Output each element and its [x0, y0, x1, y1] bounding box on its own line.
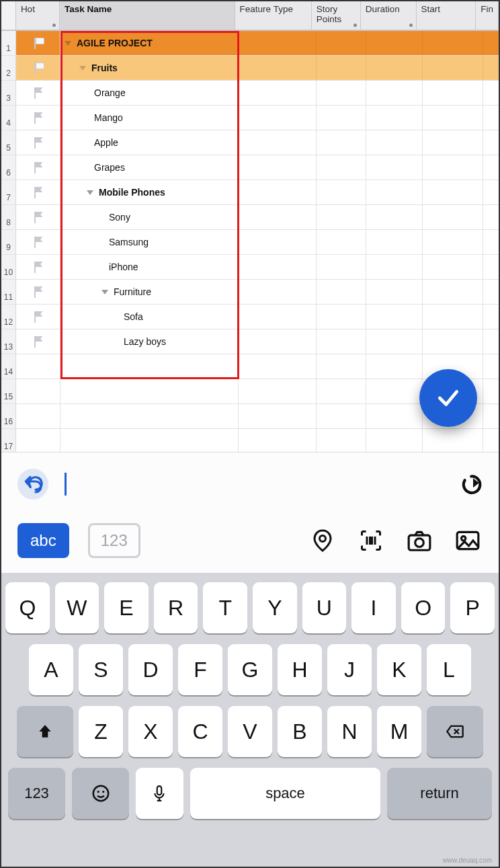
- key-a[interactable]: A: [29, 644, 73, 695]
- key-o[interactable]: O: [401, 582, 446, 633]
- cell-finish[interactable]: [483, 354, 499, 379]
- cell-duration[interactable]: [366, 205, 423, 229]
- table-row[interactable]: 5Apple: [1, 130, 499, 155]
- col-header-start[interactable]: Start: [417, 1, 476, 30]
- image-button[interactable]: [453, 526, 483, 555]
- cell-feature_type[interactable]: [239, 180, 317, 204]
- flag-cell[interactable]: [16, 130, 60, 155]
- cell-feature_type[interactable]: [239, 155, 317, 180]
- cell-story_points[interactable]: [317, 106, 366, 130]
- cell-duration[interactable]: [366, 379, 423, 403]
- camera-button[interactable]: [405, 526, 434, 555]
- task-name-cell[interactable]: [60, 404, 239, 428]
- flag-cell[interactable]: [16, 379, 60, 403]
- collapse-caret-icon[interactable]: [101, 290, 108, 294]
- cell-duration[interactable]: [366, 305, 423, 329]
- cell-start[interactable]: [423, 230, 483, 254]
- table-row[interactable]: 14: [1, 354, 499, 379]
- collapse-caret-icon[interactable]: [79, 66, 86, 71]
- task-name-cell[interactable]: Sony: [60, 205, 239, 229]
- flag-cell[interactable]: [16, 354, 60, 379]
- row-number[interactable]: 8: [1, 205, 16, 229]
- cell-finish[interactable]: [483, 404, 499, 428]
- flag-cell[interactable]: [16, 180, 60, 204]
- cell-feature_type[interactable]: [239, 280, 317, 304]
- row-number[interactable]: 6: [1, 155, 16, 180]
- mode-abc-button[interactable]: abc: [17, 523, 69, 558]
- cell-finish[interactable]: [483, 106, 499, 130]
- cell-start[interactable]: [423, 31, 483, 55]
- key-l[interactable]: L: [427, 644, 471, 695]
- cell-feature_type[interactable]: [239, 205, 317, 229]
- flag-cell[interactable]: [16, 56, 60, 80]
- cell-duration[interactable]: [366, 56, 423, 80]
- row-number[interactable]: 14: [1, 354, 16, 379]
- task-name-cell[interactable]: Orange: [60, 81, 239, 105]
- row-number[interactable]: 5: [1, 130, 16, 155]
- cell-start[interactable]: [423, 429, 483, 452]
- table-row[interactable]: 2Fruits: [1, 56, 499, 81]
- cell-finish[interactable]: [483, 379, 499, 403]
- key-i[interactable]: I: [351, 582, 396, 633]
- row-number[interactable]: 11: [1, 280, 16, 304]
- table-row[interactable]: 11Furniture: [1, 280, 499, 305]
- col-header-story-points[interactable]: Story Points: [312, 1, 361, 30]
- key-y[interactable]: Y: [253, 582, 297, 633]
- key-space[interactable]: space: [190, 768, 380, 819]
- cell-feature_type[interactable]: [239, 130, 317, 155]
- cell-story_points[interactable]: [317, 404, 366, 428]
- key-r[interactable]: R: [154, 582, 198, 633]
- task-name-cell[interactable]: AGILE PROJECT: [60, 31, 239, 55]
- task-name-cell[interactable]: Fruits: [60, 56, 239, 80]
- flag-cell[interactable]: [16, 280, 60, 304]
- cell-story_points[interactable]: [317, 329, 366, 354]
- flag-cell[interactable]: [16, 31, 60, 55]
- flag-cell[interactable]: [16, 305, 60, 329]
- cell-finish[interactable]: [483, 429, 499, 452]
- key-shift[interactable]: [17, 706, 73, 757]
- cell-start[interactable]: [423, 305, 483, 329]
- cell-story_points[interactable]: [317, 255, 366, 279]
- key-b[interactable]: B: [278, 706, 322, 757]
- cell-story_points[interactable]: [317, 155, 366, 180]
- cell-feature_type[interactable]: [239, 56, 317, 80]
- task-name-cell[interactable]: Mobile Phones: [60, 180, 239, 204]
- col-header-duration[interactable]: Duration: [361, 1, 417, 30]
- cell-finish[interactable]: [483, 205, 499, 229]
- cell-finish[interactable]: [483, 81, 499, 105]
- task-name-cell[interactable]: Apple: [60, 130, 239, 155]
- collapse-caret-icon[interactable]: [87, 190, 93, 195]
- task-name-cell[interactable]: Lazy boys: [60, 329, 239, 354]
- table-row[interactable]: 3Orange: [1, 81, 499, 106]
- task-name-cell[interactable]: iPhone: [60, 255, 239, 279]
- cell-story_points[interactable]: [317, 180, 366, 204]
- cell-story_points[interactable]: [317, 31, 366, 55]
- cell-duration[interactable]: [366, 81, 423, 105]
- col-header-finish[interactable]: Fin: [476, 1, 499, 30]
- key-123[interactable]: 123: [8, 768, 65, 819]
- cell-finish[interactable]: [483, 155, 499, 180]
- key-backspace[interactable]: [427, 706, 483, 757]
- cell-start[interactable]: [423, 130, 483, 155]
- cell-feature_type[interactable]: [239, 31, 317, 55]
- cell-feature_type[interactable]: [239, 329, 317, 354]
- table-row[interactable]: 8Sony: [1, 205, 499, 230]
- cell-duration[interactable]: [366, 429, 423, 452]
- task-name-cell[interactable]: [60, 429, 239, 452]
- key-x[interactable]: X: [128, 706, 173, 757]
- task-name-cell[interactable]: Sofa: [60, 305, 239, 329]
- row-number[interactable]: 15: [1, 379, 16, 403]
- cell-story_points[interactable]: [317, 429, 366, 452]
- row-number[interactable]: 13: [1, 329, 16, 354]
- key-t[interactable]: T: [203, 582, 247, 633]
- key-n[interactable]: N: [327, 706, 372, 757]
- cell-start[interactable]: [423, 280, 483, 304]
- cell-duration[interactable]: [366, 329, 423, 354]
- task-name-cell[interactable]: [60, 379, 239, 403]
- cell-story_points[interactable]: [317, 305, 366, 329]
- key-m[interactable]: M: [377, 706, 421, 757]
- task-name-cell[interactable]: Samsung: [60, 230, 239, 254]
- flag-cell[interactable]: [16, 255, 60, 279]
- cell-start[interactable]: [423, 255, 483, 279]
- flag-cell[interactable]: [16, 155, 60, 180]
